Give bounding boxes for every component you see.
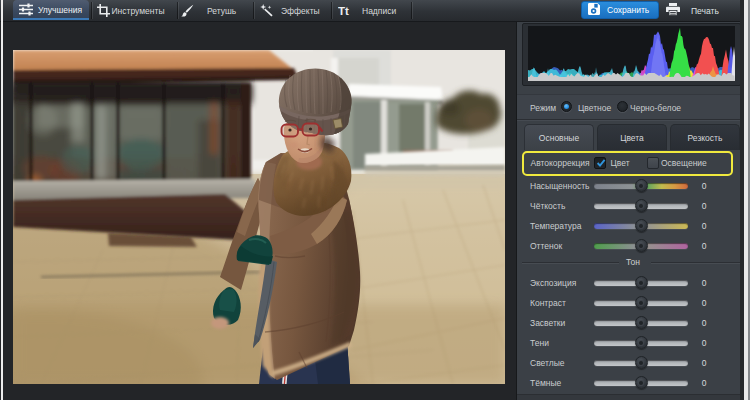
svg-text:Tt: Tt [338,5,349,17]
